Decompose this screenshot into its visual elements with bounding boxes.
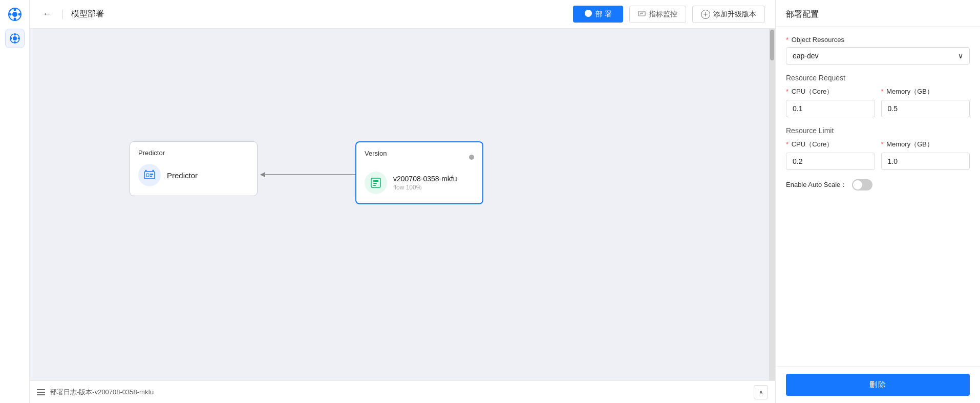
- svg-point-9: [14, 41, 16, 44]
- version-node[interactable]: Version v200708-0358-mkfu flow 100%: [355, 141, 483, 204]
- version-name: v200708-0358-mkfu: [393, 175, 457, 183]
- deploy-label: 部 署: [595, 10, 612, 19]
- svg-point-2: [13, 9, 16, 11]
- svg-rect-14: [146, 174, 149, 177]
- sidebar-logo[interactable]: [6, 5, 24, 24]
- upgrade-icon: +: [701, 10, 710, 19]
- svg-point-7: [13, 36, 17, 40]
- object-resources-select[interactable]: eap-dev ∨: [786, 47, 970, 65]
- svg-point-8: [14, 34, 16, 36]
- memory-request-label: * Memory（GB）: [881, 87, 970, 96]
- required-star-4: *: [786, 140, 789, 148]
- resource-request-inputs: * CPU（Core） * Memory（GB）: [786, 87, 970, 117]
- svg-rect-13: [144, 172, 155, 179]
- up-icon: ∧: [759, 389, 763, 396]
- menu-icon[interactable]: [37, 389, 45, 395]
- version-node-content: v200708-0358-mkfu flow 100%: [365, 172, 474, 194]
- canvas-area: Predictor Predictor: [30, 29, 775, 380]
- monitor-label: 指标监控: [649, 10, 677, 19]
- chevron-down-icon: ∨: [958, 52, 963, 60]
- object-resources-value: eap-dev: [793, 52, 819, 60]
- required-star-5: *: [881, 140, 884, 148]
- svg-point-10: [10, 37, 12, 39]
- cpu-limit-input[interactable]: [786, 153, 875, 170]
- toggle-knob: [853, 180, 862, 189]
- svg-rect-15: [150, 174, 153, 175]
- auto-scale-row: Enable Auto Scale：: [786, 179, 970, 190]
- object-resources-label: * Object Resources: [786, 36, 970, 44]
- required-star-2: *: [786, 88, 789, 95]
- version-info: v200708-0358-mkfu flow 100%: [393, 175, 457, 191]
- right-panel: 部署配置 * Object Resources eap-dev ∨ Resour…: [775, 0, 980, 403]
- right-panel-footer: 删除: [776, 366, 980, 403]
- right-panel-body: * Object Resources eap-dev ∨ Resource Re…: [776, 27, 980, 366]
- monitor-icon: [638, 10, 646, 19]
- version-node-header: Version: [365, 150, 474, 164]
- right-panel-header: 部署配置: [776, 0, 980, 27]
- sidebar: [0, 0, 30, 403]
- resource-request-section: Resource Request * CPU（Core） * Memory（GB…: [786, 74, 970, 117]
- svg-rect-16: [150, 176, 152, 177]
- memory-request-field: * Memory（GB）: [881, 87, 970, 117]
- memory-limit-input[interactable]: [881, 153, 970, 170]
- predictor-node-content: Predictor: [138, 164, 249, 186]
- memory-limit-field: * Memory（GB）: [881, 140, 970, 170]
- svg-point-3: [13, 18, 16, 20]
- svg-rect-25: [373, 185, 376, 186]
- topbar: ← 模型部署 部 署 指标监控 + 添加升级版本: [30, 0, 775, 29]
- version-flow: flow 100%: [393, 184, 457, 191]
- sidebar-item-model[interactable]: [5, 29, 25, 48]
- upgrade-label: 添加升级版本: [713, 10, 756, 19]
- bottom-up-button[interactable]: ∧: [754, 385, 768, 399]
- svg-point-18: [153, 170, 154, 172]
- monitor-button[interactable]: 指标监控: [629, 6, 686, 23]
- predictor-node-label: Predictor: [167, 171, 198, 180]
- bottom-bar: 部署日志-版本-v200708-0358-mkfu ∧: [30, 380, 775, 403]
- cpu-limit-label: * CPU（Core）: [786, 140, 875, 149]
- memory-request-input[interactable]: [881, 100, 970, 117]
- cpu-limit-field: * CPU（Core）: [786, 140, 875, 170]
- auto-scale-toggle[interactable]: [852, 179, 872, 190]
- version-icon: [365, 172, 387, 194]
- cpu-request-label: * CPU（Core）: [786, 87, 875, 96]
- topbar-actions: 部 署 指标监控 + 添加升级版本: [573, 6, 765, 23]
- bottom-log-text: 部署日志-版本-v200708-0358-mkfu: [50, 388, 154, 397]
- scrollbar-thumb[interactable]: [770, 30, 774, 60]
- predictor-node[interactable]: Predictor Predictor: [130, 141, 258, 196]
- version-node-title: Version: [365, 150, 387, 157]
- svg-point-1: [12, 12, 17, 17]
- bottom-left: 部署日志-版本-v200708-0358-mkfu: [37, 388, 154, 397]
- svg-point-11: [17, 37, 19, 39]
- delete-button[interactable]: 删除: [786, 374, 970, 396]
- auto-scale-label: Enable Auto Scale：: [786, 180, 847, 189]
- object-resources-field: * Object Resources eap-dev ∨: [786, 36, 970, 65]
- back-button[interactable]: ←: [40, 7, 54, 22]
- version-status-dot: [469, 155, 474, 160]
- memory-limit-label: * Memory（GB）: [881, 140, 970, 149]
- upgrade-button[interactable]: + 添加升级版本: [692, 6, 765, 23]
- required-star-1: *: [786, 36, 789, 44]
- resource-limit-title: Resource Limit: [786, 126, 970, 135]
- page-title: 模型部署: [71, 9, 104, 19]
- svg-point-17: [145, 170, 147, 172]
- cpu-request-input[interactable]: [786, 100, 875, 117]
- svg-rect-23: [373, 180, 378, 182]
- resource-request-title: Resource Request: [786, 74, 970, 82]
- topbar-divider: [62, 9, 63, 19]
- deploy-button[interactable]: 部 署: [573, 6, 623, 23]
- required-star-3: *: [881, 88, 884, 95]
- cpu-request-field: * CPU（Core）: [786, 87, 875, 117]
- deploy-icon: [584, 9, 592, 19]
- main-area: ← 模型部署 部 署 指标监控 + 添加升级版本: [30, 0, 775, 403]
- resource-limit-section: Resource Limit * CPU（Core） * Memory（GB）: [786, 126, 970, 170]
- svg-point-5: [18, 13, 20, 16]
- resource-limit-inputs: * CPU（Core） * Memory（GB）: [786, 140, 970, 170]
- svg-point-4: [9, 13, 11, 16]
- predictor-icon: [138, 164, 161, 186]
- svg-rect-24: [373, 183, 377, 184]
- predictor-node-title: Predictor: [138, 149, 249, 157]
- canvas-scrollbar[interactable]: [769, 29, 775, 380]
